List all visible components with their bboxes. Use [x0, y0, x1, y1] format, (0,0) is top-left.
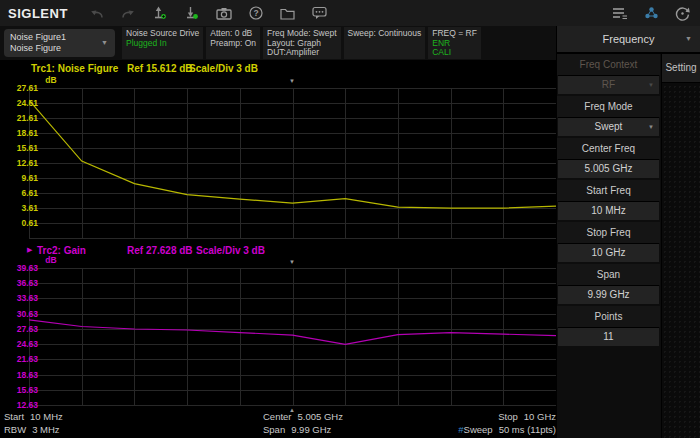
span-label: Span — [263, 424, 285, 435]
rbw-label: RBW — [4, 424, 26, 435]
menu-item-span: Span9.99 GHz — [557, 264, 660, 304]
trace2-scale-div[interactable]: Scale/Div 3 dB — [196, 245, 265, 256]
help-icon[interactable]: ? — [249, 6, 263, 20]
menu-item-value-center-freq[interactable]: 5.005 GHz — [558, 159, 659, 178]
menu-item-value-span[interactable]: 9.99 GHz — [558, 285, 659, 304]
freq-cal-cell[interactable]: FREQ = RFENRCALI — [428, 27, 481, 59]
rbw-readout: RBW3 MHz — [4, 424, 60, 435]
sweep-value: 50 ms (11pts) — [499, 424, 556, 435]
menu-item-value-start-freq[interactable]: 10 MHz — [558, 201, 659, 220]
atten-preamp-cell[interactable]: Atten: 0 dBPreamp: On — [206, 27, 260, 59]
stop-freq-readout: Stop10 GHz — [498, 411, 556, 422]
panel-tab-column: Setting — [661, 54, 700, 438]
trace2-gain-trace — [29, 320, 556, 344]
menu-item-label: Span — [557, 264, 660, 285]
menu-item-label: Freq Context — [557, 54, 660, 75]
toolbar-left-icons: ? — [90, 6, 327, 21]
panel-title: Frequency — [603, 33, 655, 45]
menu-item-label: Start Freq — [557, 180, 660, 201]
panel-title-dropdown[interactable]: Frequency ▼ — [557, 26, 700, 54]
menu-item-label: Freq Mode — [557, 96, 660, 117]
status-line: Sweep: Continuous — [348, 29, 422, 39]
y-tick-label: 36.63 — [0, 278, 38, 288]
stop-label: Stop — [498, 411, 518, 422]
menu-item-value-points[interactable]: 11 — [558, 327, 659, 346]
y-tick-label: 33.63 — [0, 293, 38, 303]
y-tick-label: 18.61 — [0, 128, 38, 138]
file-icon[interactable] — [280, 7, 295, 20]
status-bar: Noise Figure1 Noise Figure ▼ Noise Sourc… — [0, 26, 556, 60]
menu-item-value-stop-freq[interactable]: 10 GHz — [558, 243, 659, 262]
y-tick-label: 12.63 — [0, 400, 38, 410]
task-list-icon[interactable] — [612, 6, 628, 20]
y-tick-label: 39.63 — [0, 263, 38, 273]
menu-item-value-freq-context: RF▼ — [558, 75, 659, 94]
chevron-down-icon: ▼ — [648, 118, 654, 136]
status-line: Plugged In — [126, 39, 199, 49]
y-tick-label: 3.61 — [0, 203, 38, 213]
trace1-ref-level[interactable]: Ref 15.612 dB — [127, 63, 193, 74]
noise-source-off-icon[interactable] — [184, 6, 199, 21]
web-control-icon[interactable] — [644, 6, 659, 20]
trace1-noise-figure-trace — [29, 100, 556, 208]
question-mark-glyph: ? — [253, 8, 258, 18]
chevron-down-icon: ▼ — [101, 39, 108, 46]
y-tick-label: 15.61 — [0, 143, 38, 153]
screenshot-icon[interactable] — [216, 7, 232, 20]
noise-source-on-icon[interactable] — [152, 6, 167, 21]
start-value: 10 MHz — [30, 411, 63, 422]
y-tick-label: 21.63 — [0, 354, 38, 364]
sweep-time-readout: #Sweep50 ms (11pts) — [458, 424, 556, 435]
status-line: Preamp: On — [210, 39, 256, 49]
y-tick-label: 24.61 — [0, 98, 38, 108]
noise-source-drive-cell[interactable]: Noise Source DrivePlugged In — [122, 27, 203, 59]
freq-mode-cell[interactable]: Freq Mode: SweptLayout: GraphDUT:Amplifi… — [263, 27, 340, 59]
undo-icon[interactable] — [90, 7, 104, 20]
y-tick-label: 12.61 — [0, 158, 38, 168]
rbw-value: 3 MHz — [32, 424, 59, 435]
trace2-unit-label: dB — [40, 255, 62, 265]
trace1-scale-div[interactable]: Scale/Div 3 dB — [189, 63, 258, 74]
trace2-ref-level[interactable]: Ref 27.628 dB — [127, 245, 193, 256]
y-tick-label: 30.63 — [0, 309, 38, 319]
sweep-hash-icon: # — [458, 424, 463, 435]
siglent-logo: SIGLENT — [8, 6, 68, 21]
sweep-cell[interactable]: Sweep: Continuous — [344, 27, 426, 59]
trace1-title[interactable]: Trc1: Noise Figure — [31, 63, 118, 74]
menu-item-stop-freq: Stop Freq10 GHz — [557, 222, 660, 262]
span-value: 9.99 GHz — [291, 424, 331, 435]
chevron-down-icon: ▼ — [685, 26, 692, 52]
menu-item-center-freq: Center Freq5.005 GHz — [557, 138, 660, 178]
menu-item-freq-context: Freq ContextRF▼ — [557, 54, 660, 94]
frequency-panel: Frequency ▼ Freq ContextRF▼Freq ModeSwep… — [556, 26, 700, 438]
center-freq-readout: Center5.005 GHz — [263, 411, 343, 422]
y-tick-label: 15.63 — [0, 385, 38, 395]
trace2-grid — [29, 268, 557, 406]
toolbar-right-icons — [612, 0, 690, 26]
sweep-marker-top1-icon: ▼ — [286, 78, 298, 84]
panel-menu: Freq ContextRF▼Freq ModeSwept▼Center Fre… — [557, 54, 660, 438]
menu-item-freq-mode: Freq ModeSwept▼ — [557, 96, 660, 136]
menu-item-label: Points — [557, 306, 660, 327]
trace1-graph — [29, 88, 557, 239]
restore-icon[interactable] — [675, 6, 690, 21]
noise-figure-analyzer-screen: SIGLENT — [0, 0, 700, 438]
y-tick-label: 21.61 — [0, 113, 38, 123]
sweep-marker-top2-icon: ▼ — [286, 259, 298, 265]
stop-value: 10 GHz — [524, 411, 556, 422]
start-freq-readout: Start10 MHz — [4, 411, 63, 422]
tab-setting[interactable]: Setting — [662, 54, 700, 83]
sweep-label: Sweep — [464, 424, 493, 435]
menu-item-value-freq-mode[interactable]: Swept▼ — [558, 117, 659, 136]
status-cells: Noise Source DrivePlugged InAtten: 0 dBP… — [122, 26, 484, 60]
redo-icon[interactable] — [121, 7, 135, 20]
message-icon[interactable] — [312, 6, 327, 20]
menu-item-label: Center Freq — [557, 138, 660, 159]
y-tick-label: 6.61 — [0, 188, 38, 198]
status-line: CALI — [432, 48, 477, 58]
menu-item-label: Stop Freq — [557, 222, 660, 243]
measurement-selector[interactable]: Noise Figure1 Noise Figure ▼ — [4, 29, 115, 57]
y-tick-label: 27.61 — [0, 83, 38, 93]
toolbar: SIGLENT — [0, 0, 700, 27]
trace2-graph — [29, 268, 557, 406]
